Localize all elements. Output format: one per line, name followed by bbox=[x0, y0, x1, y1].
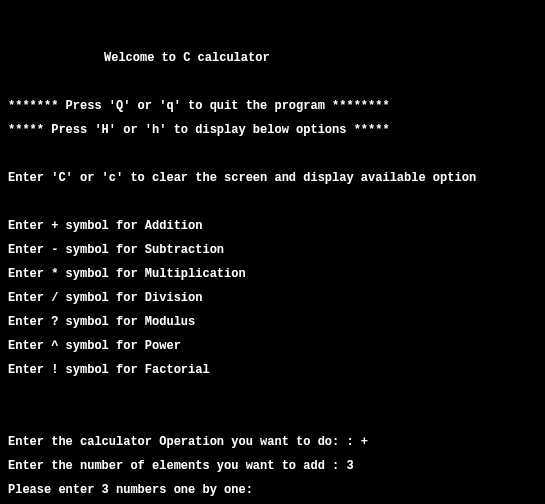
welcome-title: Welcome to C calculator bbox=[8, 52, 537, 64]
add-prompt: Enter the calculator Operation you want … bbox=[8, 436, 537, 448]
blank bbox=[8, 196, 537, 208]
add-enter-prompt: Please enter 3 numbers one by one: bbox=[8, 484, 537, 496]
clear-instruction: Enter 'C' or 'c' to clear the screen and… bbox=[8, 172, 537, 184]
blank bbox=[8, 388, 537, 400]
op-power: Enter ^ symbol for Power bbox=[8, 340, 537, 352]
blank bbox=[8, 76, 537, 88]
op-addition: Enter + symbol for Addition bbox=[8, 220, 537, 232]
op-multiplication: Enter * symbol for Multiplication bbox=[8, 268, 537, 280]
help-instruction: ***** Press 'H' or 'h' to display below … bbox=[8, 124, 537, 136]
quit-instruction: ******* Press 'Q' or 'q' to quit the pro… bbox=[8, 100, 537, 112]
blank bbox=[8, 412, 537, 424]
op-division: Enter / symbol for Division bbox=[8, 292, 537, 304]
op-subtraction: Enter - symbol for Subtraction bbox=[8, 244, 537, 256]
op-factorial: Enter ! symbol for Factorial bbox=[8, 364, 537, 376]
add-count-prompt: Enter the number of elements you want to… bbox=[8, 460, 537, 472]
blank bbox=[8, 148, 537, 160]
op-modulus: Enter ? symbol for Modulus bbox=[8, 316, 537, 328]
